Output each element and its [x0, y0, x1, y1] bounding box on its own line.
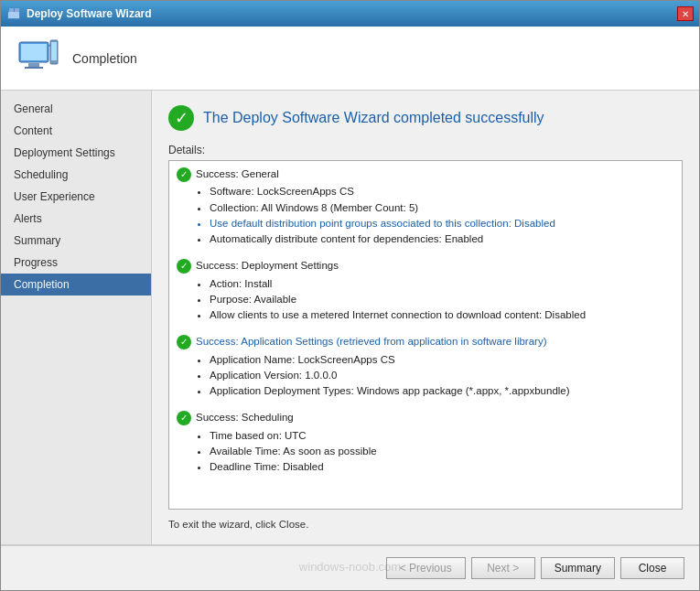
body-area: GeneralContentDeployment SettingsSchedul… — [1, 91, 699, 544]
header-area: Completion — [1, 27, 699, 91]
next-button[interactable]: Next > — [471, 557, 535, 579]
details-label: Details: — [168, 144, 683, 156]
detail-section: ✓Success: GeneralSoftware: LockScreenApp… — [177, 167, 674, 247]
close-button[interactable]: Close — [620, 557, 684, 579]
section-header-text: Success: Scheduling — [196, 410, 294, 425]
main-content: ✓ The Deploy Software Wizard completed s… — [152, 91, 699, 544]
footer: windows-noob.com < Previous Next > Summa… — [1, 544, 699, 590]
title-bar: Deploy Software Wizard ✕ — [1, 1, 699, 27]
success-title: The Deploy Software Wizard completed suc… — [203, 110, 544, 126]
header-icon — [16, 37, 59, 81]
sidebar-item-scheduling[interactable]: Scheduling — [1, 164, 151, 186]
section-check-icon: ✓ — [177, 167, 191, 182]
wizard-icon — [6, 6, 21, 21]
section-check-icon: ✓ — [177, 411, 191, 425]
header-title: Completion — [72, 51, 137, 66]
detail-item: Use default distribution point groups as… — [210, 216, 674, 231]
section-header-text: Success: Deployment Settings — [196, 258, 339, 274]
svg-rect-3 — [8, 12, 19, 18]
sidebar-item-general[interactable]: General — [1, 98, 151, 120]
detail-item: Time based on: UTC — [210, 428, 674, 444]
section-header-text: Success: Application Settings (retrieved… — [196, 334, 547, 349]
detail-item: Available Time: As soon as possible — [210, 444, 674, 459]
detail-section: ✓Success: Deployment SettingsAction: Ins… — [177, 258, 674, 323]
section-header-text: Success: General — [196, 167, 279, 182]
section-check-icon: ✓ — [177, 259, 191, 274]
detail-item: Application Deployment Types: Windows ap… — [210, 383, 674, 399]
detail-item: Automatically distribute content for dep… — [210, 231, 674, 247]
success-icon: ✓ — [168, 105, 194, 131]
title-bar-text: Deploy Software Wizard — [27, 7, 152, 20]
sidebar-item-completion[interactable]: Completion — [1, 274, 151, 296]
sidebar-item-alerts[interactable]: Alerts — [1, 208, 151, 230]
detail-item: Deadline Time: Disabled — [210, 459, 674, 475]
detail-item: Application Name: LockScreenApps CS — [210, 352, 674, 368]
summary-button[interactable]: Summary — [541, 557, 615, 579]
detail-item: Purpose: Available — [210, 292, 674, 307]
section-check-icon: ✓ — [177, 335, 191, 349]
success-header: ✓ The Deploy Software Wizard completed s… — [168, 105, 683, 131]
sidebar-item-deployment-settings[interactable]: Deployment Settings — [1, 142, 151, 164]
computer-icon — [16, 37, 59, 81]
svg-rect-2 — [15, 8, 19, 12]
detail-item: Allow clients to use a metered Internet … — [210, 307, 674, 323]
sidebar: GeneralContentDeployment SettingsSchedul… — [1, 91, 152, 544]
detail-item: Action: Install — [210, 276, 674, 292]
detail-item: Application Version: 1.0.0.0 — [210, 368, 674, 383]
svg-rect-5 — [21, 44, 47, 60]
detail-item: Software: LockScreenApps CS — [210, 184, 674, 199]
svg-rect-10 — [51, 42, 57, 60]
detail-item: Collection: All Windows 8 (Member Count:… — [210, 200, 674, 216]
detail-section: ✓Success: SchedulingTime based on: UTCAv… — [177, 410, 674, 475]
sidebar-item-content[interactable]: Content — [1, 120, 151, 142]
sidebar-item-user-experience[interactable]: User Experience — [1, 186, 151, 208]
detail-section: ✓Success: Application Settings (retrieve… — [177, 334, 674, 399]
svg-rect-7 — [25, 67, 43, 69]
svg-rect-6 — [28, 63, 39, 67]
close-window-button[interactable]: ✕ — [677, 6, 694, 21]
details-box[interactable]: ✓Success: GeneralSoftware: LockScreenApp… — [168, 160, 683, 510]
previous-button[interactable]: < Previous — [386, 557, 466, 579]
close-note: To exit the wizard, click Close. — [168, 519, 683, 530]
sidebar-item-progress[interactable]: Progress — [1, 252, 151, 274]
sidebar-item-summary[interactable]: Summary — [1, 230, 151, 252]
svg-rect-1 — [9, 8, 14, 12]
